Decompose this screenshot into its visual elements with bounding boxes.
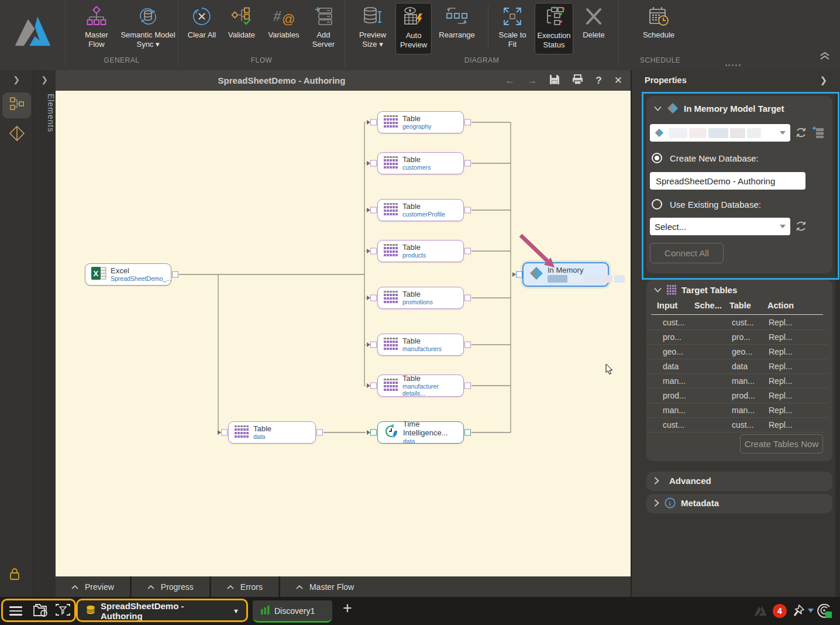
table-row[interactable]: man...man...Repl... xyxy=(646,403,828,418)
elements-tab-label[interactable]: Elements xyxy=(33,94,56,164)
output-port[interactable] xyxy=(464,119,471,126)
input-port[interactable] xyxy=(370,295,377,301)
node-table-data[interactable]: Table data xyxy=(228,421,316,444)
close-icon[interactable]: ✕ xyxy=(614,75,622,85)
smart-model-icon[interactable] xyxy=(55,603,71,620)
input-port[interactable] xyxy=(221,430,228,436)
create-new-database-option[interactable]: Create New Database: xyxy=(652,153,759,163)
output-port[interactable] xyxy=(316,430,323,436)
save-icon[interactable] xyxy=(549,74,560,87)
sidebar-expand-icon[interactable]: ❯ xyxy=(0,75,33,84)
clear-all-button[interactable]: Clear All xyxy=(183,3,221,54)
connect-all-button[interactable]: Connect All xyxy=(650,243,724,263)
schedule-button[interactable]: Schedule xyxy=(640,3,677,54)
output-port[interactable] xyxy=(464,207,471,214)
pin-icon[interactable] xyxy=(791,604,805,620)
input-port[interactable] xyxy=(370,383,377,389)
output-port[interactable] xyxy=(464,430,471,436)
node-table-customerprofile[interactable]: Table customerProfile xyxy=(377,199,464,221)
output-port[interactable] xyxy=(464,248,471,255)
model-selector-dropdown[interactable]: SpreadSheetDemo - Authoring ▼ xyxy=(78,601,247,621)
node-in-memory-target[interactable]: In Memory xyxy=(522,262,609,287)
tab-errors[interactable]: Errors xyxy=(211,576,278,597)
add-database-icon[interactable] xyxy=(812,126,825,141)
node-time-intelligence[interactable]: Time Intelligence... data xyxy=(377,421,464,444)
table-row[interactable]: pro...pro...Repl... xyxy=(646,330,828,345)
input-port[interactable] xyxy=(370,160,377,167)
ribbon-collapse-button[interactable] xyxy=(819,51,831,63)
variables-button[interactable]: # @ Variables xyxy=(264,3,304,54)
node-table-promotions[interactable]: Table promotions xyxy=(377,287,464,309)
input-port[interactable] xyxy=(370,119,377,126)
node-table-geography[interactable]: Table geography xyxy=(377,111,464,133)
output-port[interactable] xyxy=(464,295,471,301)
scrollbar[interactable] xyxy=(835,92,840,625)
flow-canvas[interactable]: X Excel SpreadSheetDemo_... Table geogra… xyxy=(56,91,631,576)
tab-preview[interactable]: Preview xyxy=(56,576,130,597)
metadata-section[interactable]: i Metadata xyxy=(646,494,832,513)
tab-progress[interactable]: Progress xyxy=(132,576,209,597)
app-logo[interactable] xyxy=(0,0,66,66)
panel-collapse-icon[interactable]: ❯ xyxy=(820,75,827,85)
help-icon[interactable]: ? xyxy=(595,75,601,85)
tab-master-flow[interactable]: Master Flow xyxy=(280,576,631,597)
notification-badge[interactable]: 4 xyxy=(773,604,787,618)
master-flow-button[interactable]: Master Flow xyxy=(77,3,116,54)
delete-button[interactable]: Delete xyxy=(577,3,611,54)
advanced-section[interactable]: Advanced xyxy=(646,472,832,491)
tab-discovery1[interactable]: Discovery1 xyxy=(253,600,332,623)
table-row[interactable]: prod...prod...Repl... xyxy=(646,389,828,403)
preview-size-button[interactable]: Preview Size ▾ xyxy=(353,3,392,54)
input-port[interactable] xyxy=(370,207,377,214)
add-server-button[interactable]: Add Server xyxy=(305,3,342,54)
create-tables-now-button[interactable]: Create Tables Now xyxy=(740,434,823,454)
radio-selected-icon[interactable] xyxy=(652,153,662,163)
use-existing-database-option[interactable]: Use Existing Database: xyxy=(652,199,761,210)
table-row[interactable]: geo...geo...Repl... xyxy=(646,345,828,359)
connection-status-icon[interactable] xyxy=(817,604,833,621)
new-tab-button[interactable]: + xyxy=(343,599,352,617)
radio-unselected-icon[interactable] xyxy=(652,199,662,210)
refresh-icon[interactable] xyxy=(795,220,807,235)
table-row[interactable]: man...man...Repl... xyxy=(646,374,828,389)
table-row[interactable]: cust...cust...Repl... xyxy=(646,315,828,330)
output-port[interactable] xyxy=(464,160,471,167)
existing-database-dropdown[interactable]: Select... xyxy=(650,218,790,235)
chevron-down-icon[interactable] xyxy=(654,287,662,293)
forward-icon[interactable]: → xyxy=(527,75,537,85)
output-port[interactable] xyxy=(464,342,471,348)
model-dropdown[interactable] xyxy=(650,124,790,142)
lock-icon[interactable] xyxy=(9,568,20,583)
sidebar-item-model[interactable] xyxy=(2,122,31,147)
elements-expand-icon[interactable]: ❯ xyxy=(33,75,56,84)
node-table-manufacturer-details[interactable]: Table manufacturer details... xyxy=(377,375,464,397)
input-port[interactable] xyxy=(370,430,377,436)
input-port[interactable] xyxy=(370,342,377,348)
node-table-manufacturers[interactable]: Table manufacturers xyxy=(377,334,464,356)
new-database-name-input[interactable] xyxy=(650,172,805,190)
input-port[interactable] xyxy=(370,248,377,255)
rearrange-button[interactable]: Rearrange xyxy=(435,3,478,54)
table-row[interactable]: cust...cust...Repl... xyxy=(646,418,828,432)
content-explorer-icon[interactable] xyxy=(33,603,49,620)
panel-resize-grip[interactable] xyxy=(725,64,741,66)
print-icon[interactable] xyxy=(572,74,583,87)
semantic-model-sync-button[interactable]: Semantic Model Sync ▾ xyxy=(119,3,177,54)
validate-button[interactable]: Validate xyxy=(223,3,260,54)
node-table-customers[interactable]: Table customers xyxy=(377,152,464,174)
node-table-products[interactable]: Table products xyxy=(377,240,464,262)
refresh-icon[interactable] xyxy=(795,126,807,141)
node-excel-source[interactable]: X Excel SpreadSheetDemo_... xyxy=(85,263,171,286)
chevron-down-icon[interactable] xyxy=(654,106,662,111)
table-row[interactable]: datadataRepl... xyxy=(646,359,828,374)
scale-to-fit-button[interactable]: Scale to Fit xyxy=(494,3,531,54)
input-port[interactable] xyxy=(516,272,522,278)
execution-status-button[interactable]: Execution Status xyxy=(535,3,573,54)
back-icon[interactable]: ← xyxy=(505,75,515,85)
auto-preview-button[interactable]: Auto Preview xyxy=(395,3,432,54)
chevron-down-icon[interactable] xyxy=(808,609,814,613)
output-port[interactable] xyxy=(172,272,178,278)
menu-icon[interactable] xyxy=(9,606,22,618)
sidebar-item-master-flow[interactable] xyxy=(2,92,31,118)
output-port[interactable] xyxy=(464,383,471,389)
